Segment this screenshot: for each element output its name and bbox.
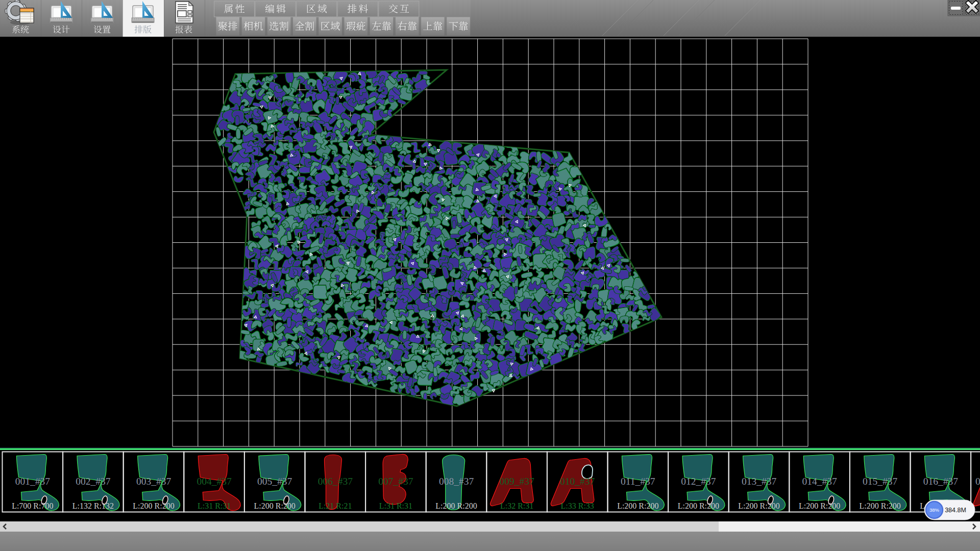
- svg-text:L:31 R:31: L:31 R:31: [198, 502, 231, 510]
- svg-text:014_#37: 014_#37: [802, 476, 837, 487]
- svg-text:L:200 R:200: L:200 R:200: [678, 502, 719, 510]
- svg-text:L:200 R:200: L:200 R:200: [860, 502, 901, 510]
- svg-text:009_#37: 009_#37: [499, 476, 534, 487]
- svg-text:384.8M: 384.8M: [945, 507, 966, 514]
- svg-text:006_#37: 006_#37: [318, 476, 353, 487]
- svg-text:007_#37: 007_#37: [378, 476, 413, 487]
- svg-text:001_#37: 001_#37: [15, 476, 51, 487]
- svg-text:002_#37: 002_#37: [76, 476, 111, 487]
- svg-text:L:200 R:200: L:200 R:200: [435, 502, 477, 510]
- svg-text:011_#37: 011_#37: [621, 476, 655, 487]
- svg-text:L:200 R:200: L:200 R:200: [799, 502, 840, 510]
- svg-text:004_#37: 004_#37: [197, 476, 232, 487]
- svg-text:005_#37: 005_#37: [257, 476, 292, 487]
- svg-text:L:33 R:33: L:33 R:33: [561, 502, 594, 510]
- svg-text:L:200 R:200: L:200 R:200: [254, 502, 296, 510]
- svg-text:L:32 R:31: L:32 R:31: [500, 502, 533, 510]
- svg-text:0: 0: [975, 476, 980, 487]
- svg-text:013_#37: 013_#37: [742, 476, 777, 487]
- svg-text:010_#37: 010_#37: [560, 476, 595, 487]
- svg-text:016_#37: 016_#37: [923, 476, 959, 487]
- svg-text:L:700 R:700: L:700 R:700: [12, 502, 53, 510]
- svg-text:38%: 38%: [929, 507, 940, 513]
- svg-text:012_#37: 012_#37: [681, 476, 716, 487]
- svg-text:003_#37: 003_#37: [136, 476, 172, 487]
- svg-text:L:200 R:200: L:200 R:200: [738, 502, 779, 510]
- svg-text:L:200 R:200: L:200 R:200: [133, 502, 174, 510]
- svg-text:008_#37: 008_#37: [439, 476, 474, 487]
- svg-text:L:21 R:21: L:21 R:21: [318, 502, 352, 510]
- svg-text:L:31 R:31: L:31 R:31: [379, 502, 412, 510]
- svg-text:L:132 R:132: L:132 R:132: [72, 502, 114, 510]
- svg-text:015_#37: 015_#37: [863, 476, 898, 487]
- svg-text:L:200 R:200: L:200 R:200: [617, 502, 658, 510]
